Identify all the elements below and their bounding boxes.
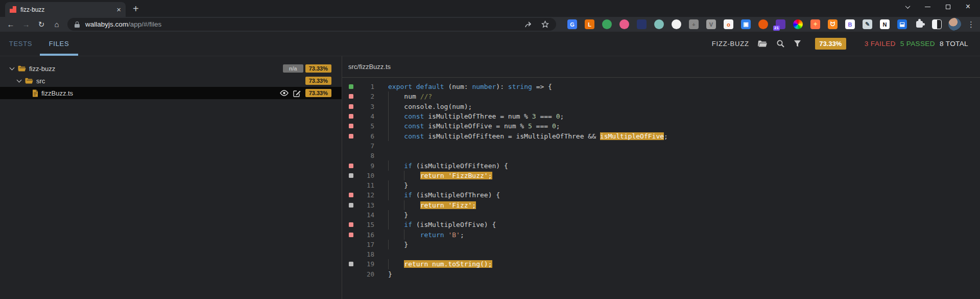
gray-tool-icon[interactable]: + [689, 19, 699, 29]
bookmark-star-icon[interactable] [541, 20, 549, 28]
profile-avatar[interactable] [948, 18, 961, 31]
code-line-10[interactable]: 10 return 'FizzBuzz'; [342, 171, 980, 180]
home-button[interactable]: ⌂ [49, 20, 64, 29]
tree-row-fizzbuzz-ts[interactable]: fizzBuzz.ts73.33% [0, 87, 342, 99]
vimium-v-icon[interactable]: V [706, 19, 716, 29]
dark-mode-half-icon[interactable] [932, 19, 942, 29]
coverage-indicator-none [349, 153, 353, 158]
code-line-16[interactable]: 16 return 'B'; [342, 229, 980, 239]
coverage-indicator-pink[interactable] [349, 134, 353, 139]
reader-l-icon[interactable]: L [585, 19, 594, 29]
tree-label: src [36, 77, 45, 85]
white-face-icon[interactable] [672, 19, 681, 29]
coverage-indicator-pink[interactable] [349, 222, 353, 227]
orange-ball-icon[interactable] [758, 19, 768, 29]
file-icon [32, 89, 38, 97]
line-number: 9 [353, 162, 374, 170]
coverage-indicator-gray[interactable] [349, 262, 353, 266]
extensions-puzzle-icon[interactable] [916, 21, 923, 28]
code-line-8[interactable]: 8 [342, 151, 980, 160]
coverage-badge: 73.33% [305, 89, 331, 97]
chevron-down-icon[interactable] [905, 4, 910, 9]
forward-button[interactable]: → [18, 20, 34, 29]
wallaby-favicon-icon [10, 6, 16, 13]
shield-lock-icon[interactable]: ⬓ [897, 19, 907, 29]
coverage-indicator-pink[interactable] [349, 164, 353, 168]
code-line-18[interactable]: 18 [342, 249, 980, 259]
code-line-5[interactable]: 5 const isMultipleOfFive = num % 5 === 0… [342, 121, 980, 131]
line-number: 2 [353, 93, 374, 100]
show-coverage-eye-icon[interactable] [280, 90, 289, 96]
code-line-12[interactable]: 12 if (isMultipleOfThree) { [342, 190, 980, 200]
tree-expand-chevron-icon[interactable] [10, 65, 15, 70]
coverage-indicator-pink[interactable] [349, 104, 353, 109]
code-line-6[interactable]: 6 const isMultipleOfFifteen = isMultiple… [342, 131, 980, 141]
code-line-17[interactable]: 17 } [342, 240, 980, 249]
tree-expand-chevron-icon[interactable] [17, 77, 22, 82]
code-line-2[interactable]: 2 num //? [342, 91, 980, 101]
line-content: num //? [388, 91, 432, 101]
maximize-icon[interactable] [946, 5, 950, 9]
code-line-9[interactable]: 9 if (isMultipleOfFifteen) { [342, 160, 980, 170]
code-line-14[interactable]: 14 } [342, 210, 980, 220]
coverage-indicator-none [349, 144, 353, 148]
code-line-20[interactable]: 20} [342, 269, 980, 279]
search-icon[interactable] [776, 39, 785, 48]
line-content: export default (num: number): string => … [388, 82, 552, 91]
browser-tab[interactable]: fizz-buzz × [5, 2, 126, 17]
code-line-1[interactable]: 1export default (num: number): string =>… [342, 82, 980, 91]
minimize-icon[interactable] [925, 7, 930, 7]
code-line-4[interactable]: 4 const isMultipleOfThree = num % 3 === … [342, 111, 980, 121]
code-line-19[interactable]: 19 return num.toString(); [342, 259, 980, 269]
strawberry-icon[interactable] [619, 19, 629, 29]
code-line-3[interactable]: 3 console.log(num); [342, 102, 980, 111]
coverage-indicator-pink[interactable] [349, 114, 353, 119]
back-button[interactable]: ← [3, 20, 18, 29]
line-content: } [388, 240, 408, 249]
tab-close-icon[interactable]: × [116, 6, 121, 13]
code-line-7[interactable]: 7 [342, 141, 980, 151]
coverage-indicator-gray[interactable] [349, 203, 353, 208]
coverage-indicator-pink[interactable] [349, 124, 353, 128]
tab-files[interactable]: FILES [40, 32, 78, 56]
tree-row-fizz-buzz[interactable]: fizz-buzzn/a73.33% [0, 62, 342, 75]
coverage-indicator-pink[interactable] [349, 94, 353, 99]
code-line-11[interactable]: 11 } [342, 180, 980, 190]
toolbar-right: FIZZ-BUZZ 73.33% 3 FAILED5 PASSED8 TOTAL [712, 38, 980, 50]
indent-guide [388, 210, 389, 220]
browser-menu-icon[interactable]: ⋮ [967, 20, 975, 29]
indent-guide [388, 91, 389, 101]
coverage-indicator-pink[interactable] [349, 233, 353, 237]
edit-pencil-icon[interactable]: ✎ [863, 19, 872, 29]
code-line-15[interactable]: 15 if (isMultipleOfFive) { [342, 220, 980, 229]
new-tab-button[interactable]: + [133, 4, 139, 14]
blue-window-icon[interactable]: ▣ [741, 19, 751, 29]
green-bot-icon[interactable] [602, 19, 612, 29]
coverage-indicator-green[interactable] [349, 84, 353, 89]
google-translate-icon[interactable]: G [567, 19, 577, 29]
dark-books-icon[interactable] [637, 19, 647, 29]
indent-guide [388, 190, 389, 200]
filter-funnel-icon[interactable] [794, 40, 801, 48]
edit-file-icon[interactable] [293, 89, 301, 97]
code-line-13[interactable]: 13 return 'Fizz'; [342, 200, 980, 210]
color-wheel-icon[interactable] [793, 19, 803, 29]
starburst-icon[interactable]: ✦ [810, 19, 820, 29]
person-card-icon[interactable]: o [724, 19, 733, 29]
coverage-indicator-pink[interactable] [349, 193, 353, 197]
coverage-indicator-gray[interactable] [349, 173, 353, 178]
close-icon[interactable]: × [966, 3, 970, 11]
metamask-fox-icon[interactable]: ᗢ [828, 19, 838, 29]
code-area[interactable]: 1export default (num: number): string =>… [342, 78, 980, 279]
tab-tests[interactable]: TESTS [2, 32, 40, 56]
open-folder-icon[interactable] [758, 40, 768, 48]
tree-row-src[interactable]: src73.33% [0, 75, 342, 87]
url-bar[interactable]: wallabyjs.com /app/#/files [67, 18, 556, 31]
avatar-glasses-icon[interactable] [654, 19, 664, 29]
line-number: 3 [353, 103, 374, 110]
purple-hex-icon[interactable]: 21 [776, 19, 785, 29]
reload-button[interactable]: ↻ [34, 20, 49, 29]
notion-icon[interactable]: N [880, 19, 890, 29]
b-letter-icon[interactable]: B [845, 19, 855, 29]
share-icon[interactable] [524, 20, 532, 29]
